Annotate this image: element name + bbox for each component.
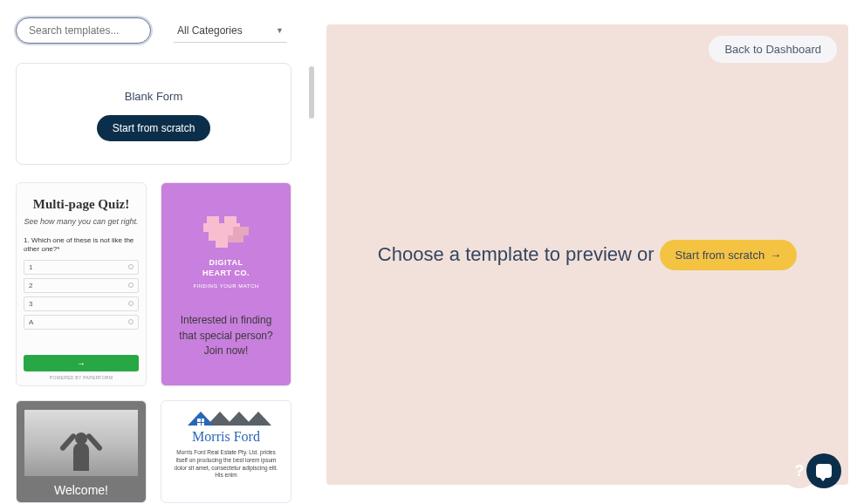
quiz-title: Multi-page Quiz!: [24, 197, 139, 212]
template-grid-row2: Welcome! Morris Ford Morris Ford Real Es…: [16, 400, 295, 503]
morris-name: Morris Ford: [192, 429, 260, 445]
quiz-submit-bar: →: [24, 355, 139, 371]
back-to-dashboard-button[interactable]: Back to Dashboard: [709, 36, 837, 63]
template-welcome-card[interactable]: Welcome!: [16, 400, 147, 503]
morris-desc: Morris Ford Real Estate Pty. Ltd. prides…: [170, 449, 282, 480]
welcome-label: Welcome!: [54, 483, 108, 497]
person-silhouette-icon: [59, 427, 103, 476]
quiz-subtitle: See how many you can get right.: [24, 217, 139, 226]
quiz-option: 2: [24, 278, 139, 293]
quiz-option: A: [24, 315, 139, 330]
quiz-question: 1. Which one of these is not like the ot…: [24, 236, 139, 255]
radio-icon: [128, 319, 134, 324]
help-cluster: ?: [782, 453, 841, 488]
quiz-option: 3: [24, 296, 139, 311]
template-morris-card[interactable]: Morris Ford Morris Ford Real Estate Pty.…: [161, 400, 291, 503]
blank-form-title: Blank Form: [25, 90, 282, 103]
start-from-scratch-button[interactable]: Start from scratch: [97, 115, 211, 141]
search-row: All Categories ▼: [16, 17, 298, 44]
scrollbar[interactable]: [309, 66, 314, 119]
app-container: All Categories ▼ Blank Form Start from s…: [0, 0, 857, 504]
heart-tagline: FINDING YOUR MATCH: [193, 283, 258, 289]
heart-company-name: DIGITAL HEART CO.: [202, 258, 250, 278]
blank-form-card: Blank Form Start from scratch: [16, 63, 291, 165]
powered-by-label: POWERED BY PAPERFORM: [24, 375, 139, 380]
radio-icon: [128, 283, 134, 288]
arrow-right-icon: →: [770, 249, 781, 262]
chevron-down-icon: ▼: [276, 26, 284, 35]
template-heart-card[interactable]: DIGITAL HEART CO. FINDING YOUR MATCH Int…: [161, 182, 291, 386]
chat-button[interactable]: [806, 453, 841, 488]
preview-area: Back to Dashboard Choose a template to p…: [326, 24, 848, 485]
start-from-scratch-pill[interactable]: Start from scratch →: [660, 240, 798, 270]
left-panel: All Categories ▼ Blank Form Start from s…: [0, 0, 314, 504]
radio-icon: [128, 264, 134, 269]
chat-bubble-icon: [816, 464, 832, 478]
category-select[interactable]: All Categories ▼: [174, 19, 287, 43]
radio-icon: [128, 301, 134, 306]
preview-center-row: Choose a template to preview or Start fr…: [378, 240, 797, 270]
question-mark-icon: ?: [795, 462, 805, 480]
template-quiz-card[interactable]: Multi-page Quiz! See how many you can ge…: [16, 182, 147, 386]
welcome-photo: [24, 410, 138, 476]
search-input[interactable]: [16, 17, 151, 44]
heart-icon: [202, 211, 250, 253]
start-pill-label: Start from scratch: [675, 249, 765, 262]
roof-logo-icon: [188, 412, 264, 426]
right-panel: Back to Dashboard Choose a template to p…: [314, 0, 857, 504]
preview-prompt-text: Choose a template to preview or: [378, 243, 655, 266]
category-label: All Categories: [177, 24, 243, 37]
heart-message: Interested in finding that special perso…: [170, 313, 282, 358]
template-grid: Multi-page Quiz! See how many you can ge…: [16, 182, 295, 386]
quiz-option: 1: [24, 260, 139, 275]
